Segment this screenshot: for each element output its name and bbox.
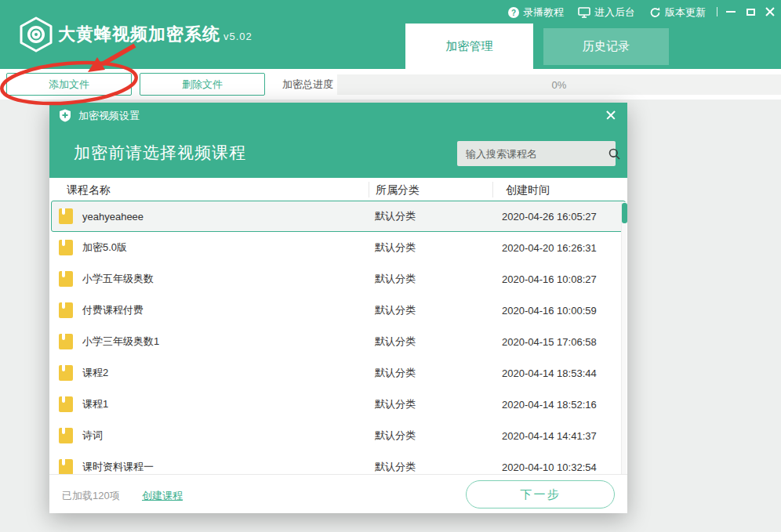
table-header: 课程名称 所属分类 创建时间 (49, 178, 627, 201)
course-row[interactable]: 小学三年级奥数1 默认分类 2020-04-15 17:06:58 (51, 326, 626, 357)
course-name-cell: 付费课程付费 (52, 302, 369, 318)
encryption-progress-bar: 0% (337, 74, 781, 95)
course-name: 诗词 (82, 429, 103, 443)
close-button[interactable] (764, 5, 776, 18)
shield-plus-icon (59, 109, 71, 122)
minimize-button[interactable] (725, 5, 737, 18)
encrypt-settings-dialog: 加密视频设置 加密前请选择视频课程 课程名称 所属分类 创建时间 yeahyea… (49, 103, 627, 513)
course-name-cell: 加密5.0版 (52, 240, 369, 255)
course-name: 付费课程付费 (82, 303, 143, 317)
add-file-button[interactable]: 添加文件 (6, 73, 132, 96)
course-row[interactable]: 诗词 默认分类 2020-04-14 14:41:37 (51, 420, 626, 451)
tutorial-label: 录播教程 (523, 5, 564, 20)
course-created: 2020-04-16 10:00:59 (492, 305, 625, 317)
course-name-cell: 小学五年级奥数 (52, 271, 369, 287)
update-menu-item[interactable]: 版本更新 (649, 5, 706, 20)
course-row[interactable]: 课程1 默认分类 2020-04-14 18:52:16 (51, 389, 626, 420)
course-name-cell: yeahyeaheee (52, 208, 369, 224)
refresh-icon (649, 7, 661, 18)
tab-history[interactable]: 历史记录 (543, 28, 669, 65)
course-row[interactable]: 加密5.0版 默认分类 2020-04-20 16:26:31 (51, 232, 626, 263)
loaded-count: 已加载120项 (62, 489, 120, 503)
tutorial-menu-item[interactable]: ? 录播教程 (508, 5, 564, 20)
help-icon: ? (508, 7, 519, 18)
search-icon[interactable] (608, 148, 620, 160)
folder-icon (59, 240, 73, 255)
dialog-title: 加密视频设置 (78, 109, 140, 123)
toolbar: 添加文件 删除文件 加密总进度 0% (0, 69, 781, 100)
tab-label: 加密管理 (446, 39, 493, 54)
dialog-close-button[interactable] (605, 110, 616, 121)
course-name: 加密5.0版 (82, 241, 127, 255)
folder-icon (59, 365, 73, 381)
scrollbar-thumb[interactable] (622, 203, 627, 223)
course-name: 课时资料课程一 (82, 460, 154, 474)
course-category: 默认分类 (369, 397, 492, 411)
top-menu: ? 录播教程 进入后台 版本更新 (508, 5, 706, 20)
close-icon (765, 7, 775, 16)
course-row[interactable]: 小学五年级奥数 默认分类 2020-04-16 10:08:27 (51, 263, 626, 295)
tab-encrypt-management[interactable]: 加密管理 (405, 24, 533, 69)
course-created: 2020-04-20 16:26:31 (492, 242, 625, 254)
controls-separator (717, 7, 717, 16)
course-row[interactable]: 课时资料课程一 默认分类 2020-04-10 10:32:54 (51, 451, 626, 474)
app-version: v5.02 (223, 31, 252, 42)
course-name: yeahyeaheee (82, 211, 143, 223)
folder-icon (59, 302, 73, 318)
course-category: 默认分类 (369, 272, 492, 286)
folder-icon (59, 334, 73, 349)
course-name: 小学五年级奥数 (82, 272, 154, 286)
course-created: 2020-04-14 14:41:37 (492, 430, 625, 442)
course-row[interactable]: 付费课程付费 默认分类 2020-04-16 10:00:59 (51, 295, 626, 326)
tab-label: 历史记录 (583, 39, 630, 54)
app-titlebar: 大黄蜂视频加密系统v5.02 ? 录播教程 进入后台 版本更新 加 (0, 0, 781, 69)
folder-icon (59, 208, 73, 224)
course-category: 默认分类 (369, 460, 492, 474)
course-name-cell: 小学三年级奥数1 (52, 334, 369, 349)
course-category: 默认分类 (369, 303, 492, 317)
course-created: 2020-04-26 16:05:27 (492, 211, 625, 223)
course-category: 默认分类 (369, 366, 492, 380)
course-name: 小学三年级奥数1 (82, 335, 159, 349)
search-input[interactable] (457, 141, 608, 166)
course-name: 课程1 (82, 397, 108, 411)
progress-label: 加密总进度 (282, 69, 333, 100)
course-searchbox (457, 141, 616, 166)
course-name-cell: 诗词 (52, 428, 369, 443)
course-category: 默认分类 (369, 429, 492, 443)
column-created: 创建时间 (492, 182, 627, 197)
dialog-titlebar: 加密视频设置 (49, 103, 627, 128)
dialog-hero: 加密前请选择视频课程 (49, 128, 627, 178)
course-created: 2020-04-14 18:52:16 (492, 399, 625, 411)
course-row[interactable]: yeahyeaheee 默认分类 2020-04-26 16:05:27 (51, 201, 626, 232)
progress-value: 0% (552, 79, 567, 91)
app-title: 大黄蜂视频加密系统v5.02 (58, 23, 252, 46)
course-name-cell: 课时资料课程一 (52, 459, 369, 474)
course-row[interactable]: 课程2 默认分类 2020-04-14 18:53:44 (51, 357, 626, 389)
window-controls (717, 5, 776, 18)
folder-icon (59, 459, 73, 474)
create-course-link[interactable]: 创建课程 (142, 489, 183, 503)
column-course-name: 课程名称 (49, 182, 369, 197)
maximize-button[interactable] (744, 5, 757, 18)
column-category: 所属分类 (369, 182, 492, 197)
course-category: 默认分类 (369, 209, 492, 223)
app-logo-icon (19, 16, 53, 52)
course-created: 2020-04-14 18:53:44 (492, 367, 625, 379)
folder-icon (59, 396, 73, 412)
folder-icon (59, 428, 73, 443)
monitor-icon (578, 7, 590, 18)
backend-menu-item[interactable]: 进入后台 (578, 5, 635, 20)
course-list: yeahyeaheee 默认分类 2020-04-26 16:05:27 加密5… (49, 201, 627, 474)
scrollbar-track[interactable] (621, 202, 627, 474)
course-category: 默认分类 (369, 335, 492, 349)
next-step-button[interactable]: 下一步 (466, 480, 615, 508)
course-created: 2020-04-10 10:32:54 (492, 461, 625, 473)
backend-label: 进入后台 (594, 5, 635, 20)
course-name-cell: 课程2 (52, 365, 369, 381)
delete-file-button[interactable]: 删除文件 (140, 73, 265, 96)
course-name: 课程2 (82, 366, 108, 380)
course-category: 默认分类 (369, 241, 492, 255)
dialog-footer: 已加载120项 创建课程 下一步 (49, 474, 627, 513)
course-name-cell: 课程1 (52, 396, 369, 412)
